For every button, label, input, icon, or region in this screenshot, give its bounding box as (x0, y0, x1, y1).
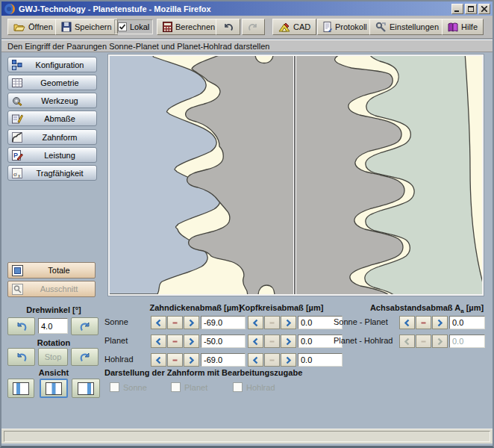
sonne-zahndicken-spinner (151, 316, 200, 329)
planet-zahndicken-input[interactable]: -50.0 (201, 335, 246, 348)
sonne-kopfkreis-reset-button[interactable] (264, 316, 280, 329)
checkbox-planet[interactable] (171, 382, 181, 392)
checkbox-hohlrad[interactable] (233, 382, 243, 392)
sidebar-item-leistung[interactable]: P Leistung (7, 147, 97, 163)
minus-icon (269, 337, 275, 346)
stop-label: Stop (45, 352, 62, 361)
settings-button[interactable]: Einstellungen (369, 19, 445, 35)
planet-kopfkreis-decrease-button[interactable] (248, 335, 263, 348)
tooth-form-icon (11, 131, 23, 143)
sun-planet-mesh-panel[interactable] (110, 56, 293, 294)
hohlrad-zahndicken-decrease-button[interactable] (151, 353, 166, 367)
view-both-panels-button[interactable] (40, 379, 68, 398)
sidebar-label: Geometrie (23, 78, 96, 87)
maximize-button[interactable] (465, 4, 477, 14)
protocol-button[interactable]: Protokoll (317, 19, 373, 35)
open-label: Öffnen (28, 22, 53, 31)
rotation-stop-button[interactable]: Stop (38, 348, 68, 366)
rotate-ccw-step-button[interactable] (7, 317, 35, 335)
planet-kopfkreis-reset-button[interactable] (264, 335, 280, 348)
sonne-zahndicken-increase-button[interactable] (184, 316, 199, 329)
hohlrad-zahndicken-increase-button[interactable] (184, 353, 199, 367)
hohlrad-kopfkreis-decrease-button[interactable] (248, 353, 263, 367)
chevron-right-icon (285, 356, 292, 364)
calculate-button[interactable]: Berechnen (157, 19, 221, 35)
achs-1-increase-button[interactable] (432, 335, 448, 348)
sidebar-item-konfiguration[interactable]: Konfiguration (7, 57, 97, 72)
hohlrad-zahndicken-input[interactable]: -69.0 (201, 353, 246, 367)
protocol-icon (323, 22, 332, 32)
sidebar-item-werkzeug[interactable]: Werkzeug (7, 93, 97, 108)
help-label: Hilfe (461, 22, 478, 31)
rotate-cw-icon (79, 322, 91, 332)
planet-zahndicken-spinner (151, 335, 200, 348)
lokal-label: Lokal (130, 22, 149, 31)
hohlrad-kopfkreis-reset-button[interactable] (264, 353, 280, 367)
dimensions-icon (11, 113, 23, 125)
open-button[interactable]: Öffnen (7, 19, 59, 35)
minimize-button[interactable] (451, 4, 463, 14)
achs-0-reset-button[interactable] (416, 316, 431, 329)
rotation-cw-button[interactable] (71, 348, 99, 366)
hohlrad-kopfkreis-input[interactable]: 0.0 (298, 353, 343, 367)
hohlrad-zahndicken-reset-button[interactable] (167, 353, 183, 367)
calculate-label: Berechnen (175, 22, 215, 31)
row-label-hohlrad: Hohlrad (104, 355, 134, 364)
achs-1-input[interactable]: 0.0 (449, 335, 485, 348)
achs-0-input[interactable]: 0.0 (449, 316, 485, 329)
sun-planet-mesh-drawing (110, 56, 293, 294)
cad-button[interactable]: CAD (272, 19, 316, 35)
close-button[interactable] (478, 4, 490, 14)
checkbox-sonne[interactable] (110, 382, 119, 392)
planet-zahndicken-decrease-button[interactable] (151, 335, 166, 348)
sonne-zahndicken-input[interactable]: -69.0 (201, 316, 246, 329)
chevron-right-icon (285, 337, 292, 346)
sonne-kopfkreis-increase-button[interactable] (281, 316, 296, 329)
planet-zahndicken-reset-button[interactable] (167, 335, 183, 348)
minus-icon (172, 337, 178, 346)
rotate-ccw-icon (16, 322, 28, 332)
achs-1-reset-button[interactable] (416, 335, 431, 348)
close-icon (481, 6, 487, 12)
sidebar-item-geometrie[interactable]: Geometrie (7, 75, 97, 90)
redo-button[interactable] (242, 19, 265, 35)
ansicht-label: Ansicht (16, 368, 91, 377)
hohlrad-kopfkreis-increase-button[interactable] (281, 353, 296, 367)
view-left-panel-button[interactable] (7, 379, 34, 398)
planet-zahndicken-increase-button[interactable] (184, 335, 199, 348)
lokal-toggle[interactable]: Lokal (114, 19, 153, 34)
help-book-icon (448, 22, 458, 32)
totale-button[interactable]: Totale (7, 262, 96, 279)
lokal-checkbox[interactable] (118, 22, 127, 31)
achs-0-increase-button[interactable] (432, 316, 448, 329)
achs-1-decrease-button[interactable] (399, 335, 415, 348)
rotation-label: Rotation (16, 338, 91, 347)
undo-button[interactable] (216, 19, 240, 35)
sidebar-item-tragfaehigkeit[interactable]: σx Tragfähigkeit (7, 165, 97, 181)
rotation-ccw-button[interactable] (7, 348, 35, 366)
chevron-left-icon (252, 337, 259, 346)
hohlrad-zahndicken-spinner (151, 353, 200, 367)
drehwinkel-value: 4.0 (41, 322, 52, 331)
save-button[interactable]: Speichern (55, 19, 118, 35)
rotate-cw-step-button[interactable] (71, 317, 99, 335)
sonne-kopfkreis-decrease-button[interactable] (248, 316, 263, 329)
maximize-icon (468, 6, 474, 12)
sidebar-item-zahnform[interactable]: Zahnform (7, 129, 97, 145)
ausschnitt-button[interactable]: Ausschnitt (7, 281, 96, 297)
sidebar-item-abmasse[interactable]: Abmaße (7, 111, 97, 126)
save-label: Speichern (75, 22, 112, 31)
view-both-icon (46, 382, 62, 395)
sonne-zahndicken-decrease-button[interactable] (151, 316, 166, 329)
sonne-zahndicken-reset-button[interactable] (167, 316, 183, 329)
planet-ring-mesh-panel[interactable] (296, 56, 482, 294)
svg-text:P: P (13, 152, 18, 159)
achs-0-decrease-button[interactable] (399, 316, 415, 329)
drehwinkel-label: Drehwinkel [°] (16, 305, 91, 314)
view-right-panel-button[interactable] (72, 379, 100, 398)
chevron-right-icon (285, 319, 292, 327)
planet-kopfkreis-increase-button[interactable] (281, 335, 296, 348)
drehwinkel-input[interactable]: 4.0 (38, 318, 68, 334)
help-button[interactable]: Hilfe (442, 19, 484, 35)
totale-label: Totale (23, 266, 95, 275)
